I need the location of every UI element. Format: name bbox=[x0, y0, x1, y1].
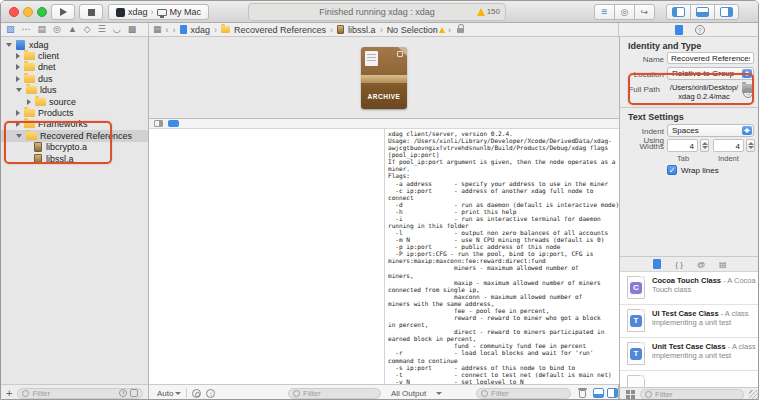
console-filter-input[interactable] bbox=[491, 389, 566, 398]
breakpoint-navigator-icon[interactable]: ◡ bbox=[113, 25, 121, 34]
library-item[interactable]: T Unit Test Case Class - A class impleme… bbox=[620, 338, 759, 371]
disclosure-closed-icon[interactable] bbox=[16, 64, 20, 70]
library-item[interactable]: C Cocoa Touch Class - A Cocoa Touch clas… bbox=[620, 272, 759, 305]
navigator-filter-field[interactable] bbox=[17, 388, 143, 399]
report-navigator-icon[interactable]: ▩ bbox=[128, 25, 137, 34]
library-filter-field[interactable] bbox=[640, 389, 744, 400]
scheme-selector[interactable]: xdag › My Mac bbox=[108, 4, 209, 20]
variables-view-toggle-icon[interactable] bbox=[154, 120, 163, 127]
indent-using-dropdown[interactable]: Spaces bbox=[667, 124, 754, 137]
object-library-tab[interactable]: @ bbox=[697, 260, 705, 269]
disclosure-closed-icon[interactable] bbox=[16, 76, 20, 82]
stepper-arrows-icon[interactable] bbox=[746, 139, 755, 152]
debug-area: xdag client/server, version 0.2.4. Usage… bbox=[149, 129, 619, 384]
file-inspector-tab[interactable] bbox=[675, 25, 683, 35]
code-snippet-library-tab[interactable]: { } bbox=[675, 260, 683, 269]
class-file-icon: C bbox=[627, 276, 645, 299]
console-view-toggle-icon[interactable] bbox=[168, 120, 179, 127]
disclosure-open-icon[interactable] bbox=[16, 134, 22, 138]
minimize-window-button[interactable] bbox=[23, 7, 33, 17]
hide-debug-area-button[interactable] bbox=[593, 388, 604, 398]
resize-grip[interactable] bbox=[749, 390, 758, 399]
tree-row-folder[interactable]: dus bbox=[1, 73, 148, 84]
source-control-navigator-icon[interactable]: ⋯ bbox=[22, 25, 31, 34]
name-input[interactable] bbox=[671, 54, 750, 63]
console-output-popup[interactable]: All Output bbox=[391, 389, 426, 398]
grid-view-icon[interactable] bbox=[626, 390, 635, 399]
reveal-in-finder-icon[interactable]: → bbox=[743, 88, 753, 98]
disclosure-open-icon[interactable] bbox=[16, 88, 22, 92]
warning-badge[interactable]: 150 bbox=[477, 7, 500, 16]
standard-editor-button[interactable]: ≡ bbox=[594, 4, 615, 20]
console-layout-button[interactable] bbox=[607, 388, 618, 398]
crumb-selection[interactable]: No Selection bbox=[387, 25, 438, 35]
tree-row-file[interactable]: libcrypto.a bbox=[1, 142, 148, 153]
issue-navigator-icon[interactable]: ▲ bbox=[68, 25, 77, 34]
scope-icon[interactable] bbox=[192, 389, 201, 398]
file-template-library-tab[interactable] bbox=[653, 259, 661, 269]
find-navigator-icon[interactable]: ◎ bbox=[53, 25, 61, 34]
navigator-filter-input[interactable] bbox=[32, 389, 116, 398]
info-icon[interactable]: i bbox=[206, 389, 215, 398]
crumb-file[interactable]: libssl.a bbox=[348, 25, 376, 35]
disclosure-closed-icon[interactable] bbox=[27, 99, 31, 105]
name-field[interactable] bbox=[667, 52, 754, 64]
tree-row-recovered-references[interactable]: Recovered References bbox=[1, 130, 148, 141]
forward-button[interactable]: › bbox=[173, 25, 176, 35]
toggle-debug-area-button[interactable] bbox=[690, 4, 715, 20]
toggle-navigator-button[interactable] bbox=[666, 4, 691, 20]
tree-row-project[interactable]: xdag bbox=[1, 39, 148, 50]
indent-width-stepper[interactable]: 4 bbox=[713, 139, 755, 152]
add-button[interactable]: + bbox=[6, 387, 12, 399]
version-editor-button[interactable]: ↪ bbox=[634, 4, 655, 20]
console-output[interactable]: xdag client/server, version 0.2.4. Usage… bbox=[386, 129, 619, 384]
wrap-lines-checkbox[interactable] bbox=[667, 165, 677, 175]
tree-row-folder[interactable]: source bbox=[1, 96, 148, 107]
test-navigator-icon[interactable]: ◇ bbox=[84, 25, 91, 34]
project-navigator-icon[interactable]: ▧ bbox=[6, 25, 15, 34]
stepper-arrows-icon[interactable] bbox=[700, 139, 709, 152]
stop-button[interactable] bbox=[79, 4, 103, 20]
library-tab-bar: { } @ ▤ bbox=[620, 256, 759, 271]
crumb-group[interactable]: Recovered References bbox=[234, 25, 326, 35]
related-items-icon[interactable]: ▦ bbox=[153, 25, 162, 34]
tree-row-folder[interactable]: dnet bbox=[1, 62, 148, 73]
recent-files-icon[interactable] bbox=[119, 389, 127, 397]
chevron-icon: › bbox=[151, 7, 154, 17]
tab-width-stepper[interactable]: 4 bbox=[667, 139, 709, 152]
library-item-partial[interactable] bbox=[620, 371, 759, 387]
assistant-editor-button[interactable]: ◎ bbox=[614, 4, 635, 20]
close-window-button[interactable] bbox=[9, 7, 19, 17]
variables-scope-popup[interactable]: Auto bbox=[157, 389, 173, 398]
console-filter-field[interactable] bbox=[476, 388, 571, 399]
issue-stepper: ‹ › bbox=[433, 25, 464, 35]
run-button[interactable] bbox=[51, 4, 75, 20]
tree-row-folder[interactable]: Frameworks bbox=[1, 119, 148, 130]
library-item[interactable]: T UI Test Case Class - A class implement… bbox=[620, 305, 759, 338]
debug-navigator-icon[interactable]: ☰ bbox=[98, 25, 106, 34]
variables-filter-input[interactable] bbox=[303, 389, 376, 398]
previous-issue-button[interactable]: ‹ bbox=[433, 25, 436, 35]
variables-filter-field[interactable] bbox=[288, 388, 381, 399]
media-library-tab[interactable]: ▤ bbox=[719, 260, 727, 269]
quick-help-tab[interactable]: ? bbox=[695, 25, 705, 35]
disclosure-closed-icon[interactable] bbox=[16, 110, 20, 116]
disclosure-closed-icon[interactable] bbox=[16, 53, 20, 59]
disclosure-closed-icon[interactable] bbox=[16, 121, 20, 127]
zoom-window-button[interactable] bbox=[37, 7, 47, 17]
tree-row-folder[interactable]: ldus bbox=[1, 85, 148, 96]
tree-row-folder[interactable]: client bbox=[1, 50, 148, 61]
library-filter-input[interactable] bbox=[655, 390, 739, 399]
back-button[interactable]: ‹ bbox=[166, 25, 169, 35]
next-issue-button[interactable]: › bbox=[448, 25, 451, 35]
location-dropdown[interactable]: Relative to Group bbox=[667, 67, 754, 80]
folder-icon bbox=[221, 26, 230, 33]
clear-console-icon[interactable] bbox=[578, 388, 587, 398]
source-control-filter-icon[interactable] bbox=[130, 389, 138, 397]
symbol-navigator-icon[interactable]: ▤ bbox=[38, 25, 47, 34]
crumb-project[interactable]: xdag bbox=[191, 25, 211, 35]
disclosure-open-icon[interactable] bbox=[6, 43, 12, 47]
tree-row-folder[interactable]: Products bbox=[1, 107, 148, 118]
toggle-inspector-button[interactable] bbox=[714, 4, 739, 20]
tree-row-file[interactable]: libssl.a bbox=[1, 153, 148, 164]
